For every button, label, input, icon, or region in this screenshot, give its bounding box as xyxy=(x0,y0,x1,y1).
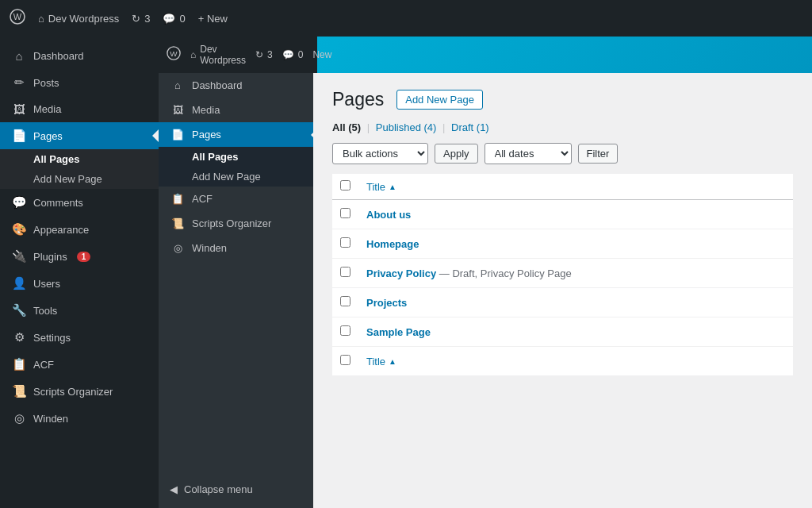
secondary-item-winden[interactable]: ◎ Winden xyxy=(159,236,317,260)
secondary-pages-submenu: All Pages Add New Page xyxy=(159,147,317,187)
sidebar-item-scripts-organizer[interactable]: 📜 Scripts Organizer xyxy=(0,378,159,405)
sidebar-item-users[interactable]: 👤 Users xyxy=(0,270,159,297)
page-title-link[interactable]: Projects xyxy=(366,297,407,309)
footer-select-all-checkbox[interactable] xyxy=(340,355,350,365)
primary-sidebar: ⌂ Dashboard ✏ Posts 🖼 Media 📄 Pages All … xyxy=(0,37,159,508)
secondary-new-link[interactable]: New xyxy=(312,49,331,60)
bulk-actions-select[interactable]: Bulk actions Edit Move to Trash xyxy=(332,143,428,164)
row-checkbox[interactable] xyxy=(340,267,350,277)
secondary-add-new-page[interactable]: Add New Page xyxy=(159,167,317,187)
comments-icon: 💬 xyxy=(11,195,27,210)
secondary-item-media[interactable]: 🖼 Media xyxy=(159,98,317,122)
updates-link[interactable]: ↻ 3 xyxy=(132,13,150,25)
secondary-updates-icon: ↻ xyxy=(255,49,263,60)
secondary-scripts-icon: 📜 xyxy=(170,217,186,229)
sidebar-item-plugins[interactable]: 🔌 Plugins 1 xyxy=(0,243,159,270)
sidebar-item-settings[interactable]: ⚙ Settings xyxy=(0,324,159,351)
apply-button[interactable]: Apply xyxy=(435,144,478,164)
filter-button[interactable]: Filter xyxy=(578,144,619,164)
new-content-link[interactable]: + New xyxy=(198,13,228,25)
bulk-actions-bar: Bulk actions Edit Move to Trash Apply Al… xyxy=(332,143,793,164)
appearance-icon: 🎨 xyxy=(11,222,27,237)
secondary-item-scripts[interactable]: 📜 Scripts Organizer xyxy=(159,211,317,236)
filter-links-bar: All (5) | Published (4) | Draft (1) xyxy=(332,121,793,133)
pages-icon: 📄 xyxy=(11,129,27,143)
secondary-site-name[interactable]: ⌂ Dev Wordpress xyxy=(190,44,246,66)
home-icon: ⌂ xyxy=(38,13,44,25)
secondary-all-pages[interactable]: All Pages xyxy=(159,147,317,167)
secondary-acf-icon: 📋 xyxy=(170,193,186,205)
add-new-page-button[interactable]: Add New Page xyxy=(396,90,483,110)
posts-icon: ✏ xyxy=(11,75,27,90)
sidebar-item-pages[interactable]: 📄 Pages xyxy=(0,122,159,149)
secondary-item-acf[interactable]: 📋 ACF xyxy=(159,187,317,211)
collapse-menu-btn[interactable]: ◀ Collapse menu xyxy=(159,477,317,502)
row-checkbox[interactable] xyxy=(340,325,350,336)
secondary-media-icon: 🖼 xyxy=(170,104,186,116)
add-new-page-submenu-item[interactable]: Add New Page xyxy=(0,169,159,189)
table-row: Privacy Policy — Draft, Privacy Policy P… xyxy=(332,259,793,288)
sep2: | xyxy=(442,121,445,133)
row-checkbox[interactable] xyxy=(340,208,350,218)
page-title-link[interactable]: About us xyxy=(366,209,411,221)
row-title-cell: Homepage xyxy=(358,229,793,259)
secondary-dashboard-icon: ⌂ xyxy=(170,79,186,91)
plugins-icon: 🔌 xyxy=(11,249,27,264)
page-title-link[interactable]: Homepage xyxy=(366,238,419,250)
row-title-cell: About us xyxy=(358,200,793,229)
row-checkbox-cell xyxy=(332,259,358,288)
table-row: Homepage xyxy=(332,229,793,259)
select-all-checkbox[interactable] xyxy=(340,180,350,190)
footer-sort-icon: ▲ xyxy=(389,357,396,366)
media-icon: 🖼 xyxy=(11,102,27,116)
secondary-updates[interactable]: ↻ 3 xyxy=(255,49,273,60)
pages-header: Pages Add New Page xyxy=(332,89,793,110)
page-title-link[interactable]: Sample Page xyxy=(366,326,431,338)
sidebar-item-tools[interactable]: 🔧 Tools xyxy=(0,297,159,324)
sidebar-item-comments[interactable]: 💬 Comments xyxy=(0,189,159,216)
page-title-link[interactable]: Privacy Policy xyxy=(366,267,436,279)
secondary-item-dashboard[interactable]: ⌂ Dashboard xyxy=(159,73,317,98)
all-pages-submenu-item[interactable]: All Pages xyxy=(0,149,159,169)
svg-text:W: W xyxy=(170,49,178,58)
main-layout: ⌂ Dashboard ✏ Posts 🖼 Media 📄 Pages All … xyxy=(0,37,812,508)
filter-published-link[interactable]: Published (4) xyxy=(376,121,437,133)
sidebar-item-media[interactable]: 🖼 Media xyxy=(0,96,159,122)
row-title-cell: Projects xyxy=(358,288,793,318)
secondary-comments[interactable]: 💬 0 xyxy=(282,49,304,60)
filter-all-link[interactable]: All (5) xyxy=(332,121,361,133)
row-checkbox[interactable] xyxy=(340,296,350,306)
comments-link[interactable]: 💬 0 xyxy=(163,13,185,25)
table-row: Sample Page xyxy=(332,318,793,347)
sidebar-item-dashboard[interactable]: ⌂ Dashboard xyxy=(0,43,159,69)
wp-logo-icon[interactable]: W xyxy=(10,9,25,29)
filter-draft-link[interactable]: Draft (1) xyxy=(451,121,489,133)
sidebar-item-appearance[interactable]: 🎨 Appearance xyxy=(0,216,159,243)
secondary-home-icon: ⌂ xyxy=(190,49,196,60)
row-checkbox[interactable] xyxy=(340,237,350,248)
content-area: W ⌂ Dev Wordpress ↻ 3 💬 0 New xyxy=(159,37,812,508)
sep1: | xyxy=(367,121,370,133)
pages-arrow xyxy=(152,129,159,142)
row-checkbox-cell xyxy=(332,200,358,229)
sort-icon: ▲ xyxy=(389,183,396,191)
top-admin-bar: W ⌂ Dev Wordpress ↻ 3 💬 0 + New xyxy=(0,0,812,37)
winden-icon: ◎ xyxy=(11,411,27,425)
dashboard-icon: ⌂ xyxy=(11,49,27,63)
secondary-item-pages[interactable]: 📄 Pages xyxy=(159,122,317,147)
secondary-wp-icon[interactable]: W xyxy=(167,46,181,64)
scripts-icon: 📜 xyxy=(11,384,27,398)
table-row: Projects xyxy=(332,288,793,318)
row-checkbox-cell xyxy=(332,318,358,347)
table-row: About us xyxy=(332,200,793,229)
footer-title-col: Title ▲ xyxy=(358,347,793,376)
all-dates-select[interactable]: All dates xyxy=(485,143,572,164)
page-title: Pages xyxy=(332,89,384,110)
sidebar-item-acf[interactable]: 📋 ACF xyxy=(0,351,159,378)
sidebar-item-winden[interactable]: ◎ Winden xyxy=(0,405,159,432)
site-name-link[interactable]: ⌂ Dev Wordpress xyxy=(38,13,119,25)
pages-submenu: All Pages Add New Page xyxy=(0,149,159,189)
title-col-header[interactable]: Title ▲ xyxy=(358,174,793,200)
sidebar-item-posts[interactable]: ✏ Posts xyxy=(0,69,159,96)
pages-main-panel: Pages Add New Page All (5) | Published (… xyxy=(313,73,812,508)
